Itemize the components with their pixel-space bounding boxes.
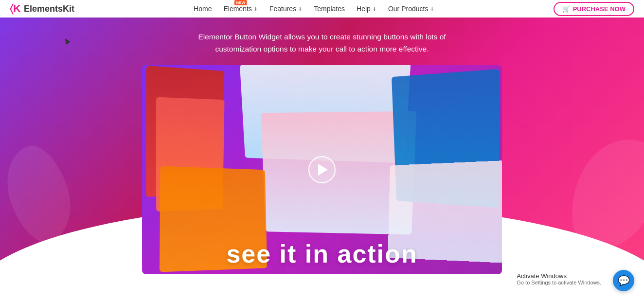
activate-windows-title: Activate Windows [517,272,601,280]
mouse-cursor [64,38,71,48]
nav-item-home[interactable]: Home [194,5,212,13]
dropdown-arrow-features: + [298,5,302,13]
nav-menu: Home NEW Elements + Features + Templates… [194,5,434,13]
nav-item-help[interactable]: Help + [357,5,376,13]
dropdown-arrow-help: + [373,5,376,13]
activate-windows-notice: Activate Windows Go to Settings to activ… [513,270,605,287]
nav-help-label: Help [357,5,371,13]
nav-item-our-products[interactable]: Our Products + [388,5,434,13]
dropdown-arrow-elements: + [254,5,258,13]
activate-windows-subtitle: Go to Settings to activate Windows. [517,280,601,285]
nav-templates-label: Templates [314,5,345,13]
chat-button[interactable]: 💬 [613,270,634,291]
dropdown-arrow-products: + [430,5,434,13]
nav-products-label: Our Products [388,5,428,13]
purchase-label: PURCHASE NOW [573,5,626,13]
nav-item-features[interactable]: Features + [269,5,302,13]
description-line2: customization options to make your call … [215,45,429,53]
logo[interactable]: 〈K ElementsKit [10,2,74,15]
logo-text: ElementsKit [24,4,74,14]
chat-icon: 💬 [618,275,630,286]
nav-elements-label: Elements [223,5,251,13]
description-line1: Elementor Button Widget allows you to cr… [198,33,446,41]
logo-icon: 〈K [10,2,21,15]
play-icon [318,164,328,176]
hero-description: Elementor Button Widget allows you to cr… [198,31,446,55]
see-action-text: see it in action [142,239,502,268]
new-badge: NEW [234,0,247,5]
purchase-button[interactable]: 🛒 PURCHASE NOW [554,2,634,16]
navbar: 〈K ElementsKit Home NEW Elements + Featu… [0,0,644,18]
nav-item-templates[interactable]: Templates [314,5,345,13]
nav-home-label: Home [194,5,212,13]
video-container[interactable]: see it in action [142,65,502,274]
nav-features-label: Features [269,5,296,13]
cart-icon: 🛒 [562,5,570,13]
main-content: Elementor Button Widget allows you to cr… [0,18,644,301]
nav-item-elements[interactable]: NEW Elements + [223,5,257,13]
play-button[interactable] [308,156,336,183]
